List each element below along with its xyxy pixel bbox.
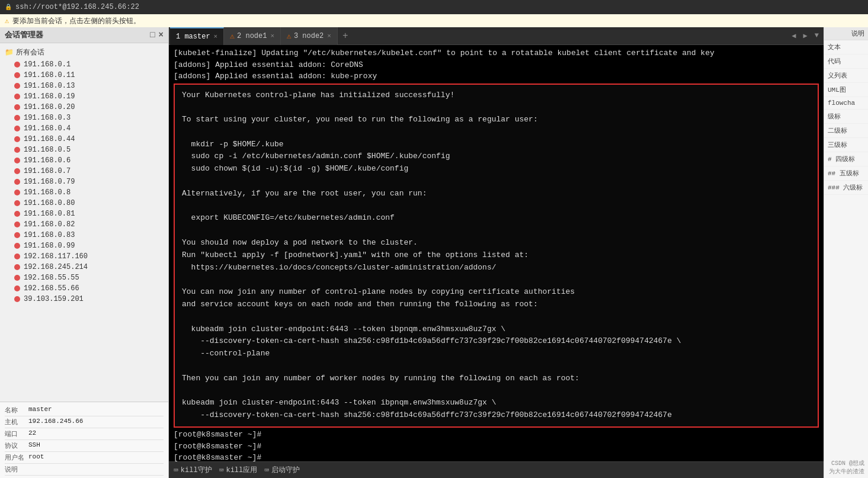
tab-tab1[interactable]: 1 master×	[170, 27, 224, 45]
csdn-item[interactable]: UML图	[824, 83, 868, 97]
csdn-heading-item[interactable]: 二级标	[824, 124, 868, 138]
session-tree: 📁 所有会话 191.168.0.1191.168.0.11191.168.0.…	[0, 43, 168, 402]
protocol-label: 协议	[5, 441, 28, 450]
warning-text: 要添加当前会话，点击左侧的箭头按钮。	[12, 16, 140, 26]
terminal-output[interactable]: [kubelet-finalize] Updating "/etc/kubern…	[169, 45, 824, 461]
session-item[interactable]: 191.168.0.6	[0, 155, 168, 166]
session-item[interactable]: 192.168.117.160	[0, 251, 168, 262]
toolbar-label: kill守护	[181, 465, 212, 475]
session-item[interactable]: 191.168.0.19	[0, 91, 168, 102]
toolbar-item[interactable]: ⌨kill守护	[174, 465, 212, 475]
warning-icon: ⚠	[5, 17, 9, 25]
session-dot	[14, 83, 20, 89]
csdn-heading-item[interactable]: 三级标	[824, 138, 868, 152]
all-sessions-label: 所有会话	[16, 47, 44, 57]
session-label: 191.168.0.19	[24, 92, 75, 101]
csdn-item[interactable]: flowcha	[824, 97, 868, 110]
session-label: 191.168.0.6	[24, 156, 71, 165]
close-sidebar-button[interactable]: ×	[159, 30, 164, 40]
session-item[interactable]: 191.168.0.4	[0, 123, 168, 134]
terminal-prompt: [root@k8smaster ~]#	[174, 452, 819, 461]
lock-icon: 🔒	[5, 4, 12, 11]
session-item[interactable]: 191.168.0.83	[0, 230, 168, 240]
toolbar-label: kill应用	[226, 465, 257, 475]
session-dot	[14, 72, 20, 78]
toolbar-item[interactable]: ⌨启动守护	[264, 465, 300, 475]
csdn-item[interactable]: 文本	[824, 40, 868, 54]
session-item[interactable]: 191.168.0.8	[0, 187, 168, 198]
port-value: 22	[28, 429, 36, 438]
tab-tab2[interactable]: ⚠2 node1×	[224, 27, 281, 45]
sidebar-title: 会话管理器	[5, 30, 43, 40]
session-dot	[14, 126, 20, 131]
pin-button[interactable]: □	[150, 30, 155, 40]
session-item[interactable]: 191.168.0.44	[0, 134, 168, 145]
tab-bar: 1 master×⚠2 node1×⚠3 node2× + ◀ ▶ ▼	[169, 27, 824, 45]
csdn-item[interactable]: 代码	[824, 54, 868, 69]
tab-next-button[interactable]: ▶	[801, 31, 810, 40]
csdn-heading-item[interactable]: ## 五级标	[824, 166, 868, 181]
session-dot	[14, 104, 20, 110]
session-item[interactable]: 192.168.55.55	[0, 272, 168, 283]
session-dot	[14, 264, 20, 270]
session-item[interactable]: 191.168.0.7	[0, 166, 168, 177]
session-label: 191.168.0.79	[24, 178, 75, 186]
terminal-prompt: [root@k8smaster ~]#	[174, 441, 819, 453]
all-sessions-root[interactable]: 📁 所有会话	[0, 46, 168, 59]
session-dot	[14, 94, 20, 100]
terminal-prompt: [root@k8smaster ~]#	[174, 429, 819, 441]
session-item[interactable]: 191.168.0.3	[0, 113, 168, 123]
session-label: 192.168.245.214	[24, 263, 88, 271]
session-dot	[14, 136, 20, 142]
session-label: 192.168.55.55	[24, 274, 79, 282]
tab-menu-button[interactable]: ▼	[812, 31, 821, 40]
host-value: 192.168.245.66	[28, 418, 83, 426]
session-item[interactable]: 191.168.0.79	[0, 177, 168, 187]
bottom-toolbar: ⌨kill守护⌨kill应用⌨启动守护	[169, 461, 824, 478]
session-item[interactable]: 191.168.0.13	[0, 81, 168, 91]
session-item[interactable]: 191.168.0.5	[0, 145, 168, 155]
session-label: 191.168.0.7	[24, 167, 71, 175]
title-text: ssh://root*@192.168.245.66:22	[15, 3, 139, 11]
tab-tab3[interactable]: ⚠3 node2×	[281, 27, 338, 45]
session-label: 192.168.55.66	[24, 284, 79, 293]
tab-close-button[interactable]: ×	[270, 33, 274, 40]
session-item[interactable]: 191.168.0.80	[0, 198, 168, 208]
session-label: 191.168.0.3	[24, 114, 71, 122]
session-label: 39.103.159.201	[24, 295, 84, 303]
session-item[interactable]: 191.168.0.81	[0, 208, 168, 219]
session-dot	[14, 285, 20, 291]
session-item[interactable]: 191.168.0.11	[0, 70, 168, 81]
host-label: 主机	[5, 418, 28, 426]
session-dot	[14, 62, 20, 68]
terminal-line: [addons] Applied essential addon: kube-p…	[174, 70, 819, 82]
session-label: 191.168.0.99	[24, 242, 75, 250]
session-item[interactable]: 191.168.0.1	[0, 59, 168, 70]
csdn-heading-item[interactable]: 级标	[824, 110, 868, 124]
terminal-panel: 1 master×⚠2 node1×⚠3 node2× + ◀ ▶ ▼ [kub…	[169, 27, 824, 478]
success-box: Your Kubernetes control-plane has initia…	[174, 84, 819, 428]
session-item[interactable]: 191.168.0.82	[0, 219, 168, 230]
session-item[interactable]: 39.103.159.201	[0, 294, 168, 304]
csdn-heading-item[interactable]: # 四级标	[824, 152, 868, 166]
session-item[interactable]: 191.168.0.99	[0, 240, 168, 251]
csdn-sidebar: 说明 文本代码义列表UML图flowcha 级标二级标三级标# 四级标## 五级…	[824, 27, 868, 478]
session-dot	[14, 190, 20, 195]
session-info: 名称 master 主机 192.168.245.66 端口 22 协议 SSH…	[0, 402, 168, 478]
toolbar-label: 启动守护	[271, 465, 300, 475]
session-label: 191.168.0.8	[24, 188, 71, 197]
tab-prev-button[interactable]: ◀	[789, 31, 798, 40]
csdn-item[interactable]: 义列表	[824, 69, 868, 83]
session-sidebar: 会话管理器 □ × 📁 所有会话 191.168.0.1191.168.0.11…	[0, 27, 169, 478]
tab-close-button[interactable]: ×	[327, 33, 331, 40]
terminal-line: [kubelet-finalize] Updating "/etc/kubern…	[174, 47, 819, 59]
tab-label: 1 master	[176, 33, 210, 41]
csdn-heading-item[interactable]: ### 六级标	[824, 181, 868, 195]
toolbar-item[interactable]: ⌨kill应用	[219, 465, 258, 475]
add-tab-button[interactable]: +	[338, 27, 353, 45]
session-item[interactable]: 192.168.245.214	[0, 262, 168, 272]
user-value: root	[28, 453, 44, 462]
tab-close-button[interactable]: ×	[214, 33, 218, 40]
session-item[interactable]: 191.168.0.20	[0, 102, 168, 113]
session-item[interactable]: 192.168.55.66	[0, 283, 168, 294]
